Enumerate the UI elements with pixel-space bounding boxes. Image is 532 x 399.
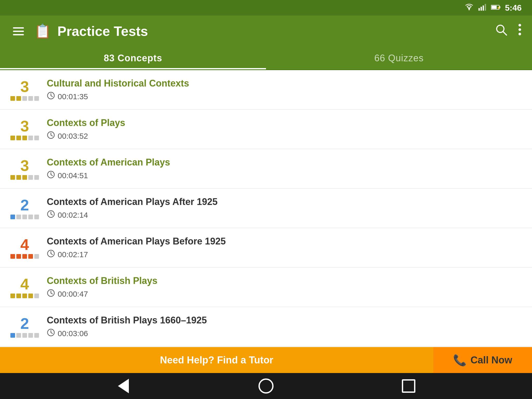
item-time: 00:03:06: [47, 328, 522, 338]
item-title: Contexts of American Plays After 1925: [47, 196, 522, 207]
list-item[interactable]: 4Contexts of British Plays 00:00:47: [0, 268, 532, 307]
score-dot: [22, 254, 27, 259]
time-text: 00:04:51: [58, 171, 88, 180]
item-details: Contexts of British Plays 00:00:47: [47, 275, 522, 299]
time-text: 00:03:52: [58, 132, 88, 141]
item-details: Contexts of American Plays Before 1925 0…: [47, 236, 522, 260]
clock-icon: [47, 289, 55, 299]
list-item[interactable]: 3Contexts of American Plays 00:04:51: [0, 149, 532, 189]
score-dot: [16, 254, 21, 259]
clock-icon: [47, 170, 55, 181]
item-time: 00:02:14: [47, 210, 522, 220]
svg-line-16: [51, 96, 52, 97]
item-time: 00:04:51: [47, 170, 522, 181]
status-bar: ⚡ 5:46: [0, 0, 532, 16]
item-time: 00:01:35: [47, 91, 522, 102]
score-badge: 2: [10, 316, 39, 338]
app-bar-actions: [495, 23, 522, 39]
score-dot: [10, 136, 15, 140]
list-item[interactable]: 2Contexts of British Plays 1660–1925 00:…: [0, 307, 532, 347]
score-dot: [16, 96, 21, 101]
menu-icon[interactable]: [10, 25, 26, 38]
battery-icon: ⚡: [491, 4, 500, 11]
bottom-banner: Need Help? Find a Tutor 📞 Call Now: [0, 347, 532, 373]
score-dot: [10, 294, 15, 298]
item-details: Contexts of American Plays 00:04:51: [47, 157, 522, 181]
tabs-bar: 83 Concepts 66 Quizzes: [0, 47, 532, 70]
app-bar: 📋 Practice Tests: [0, 16, 532, 47]
clock-icon: [47, 91, 55, 102]
score-dot: [16, 333, 21, 338]
score-dot: [22, 294, 27, 298]
list-item[interactable]: 2Contexts of American Plays After 1925 0…: [0, 189, 532, 228]
score-dot: [10, 96, 15, 101]
score-dot: [22, 136, 27, 140]
item-details: Contexts of American Plays After 1925 00…: [47, 196, 522, 220]
score-dot: [22, 215, 27, 219]
app-title-container: 📋 Practice Tests: [34, 23, 487, 39]
score-dot: [34, 254, 39, 259]
list-item[interactable]: 3Contexts of Plays 00:03:52: [0, 110, 532, 149]
svg-line-34: [51, 332, 52, 334]
item-title: Contexts of British Plays: [47, 275, 522, 286]
back-button[interactable]: [114, 377, 132, 395]
time-text: 00:02:17: [58, 250, 88, 259]
score-dots: [10, 333, 39, 338]
svg-line-10: [503, 31, 507, 35]
home-button[interactable]: [257, 377, 275, 395]
svg-line-31: [51, 293, 52, 294]
search-icon[interactable]: [495, 23, 508, 39]
list-item[interactable]: 4Contexts of American Plays Before 1925 …: [0, 228, 532, 268]
score-dots: [10, 294, 39, 298]
item-time: 00:03:52: [47, 131, 522, 141]
svg-rect-2: [481, 7, 482, 11]
call-now-button[interactable]: 📞 Call Now: [433, 347, 532, 373]
score-badge: 3: [10, 118, 39, 140]
time-text: 00:03:06: [58, 329, 88, 338]
clock-icon: [47, 249, 55, 260]
score-dots: [10, 254, 39, 259]
app-title: Practice Tests: [57, 23, 148, 39]
svg-rect-4: [485, 4, 486, 11]
score-dot: [16, 175, 21, 180]
tab-quizzes[interactable]: 66 Quizzes: [266, 47, 532, 69]
score-dots: [10, 175, 39, 180]
score-dot: [22, 175, 27, 180]
score-dot: [10, 215, 15, 219]
clock-icon: [47, 131, 55, 141]
score-dot: [28, 136, 33, 140]
score-dot: [16, 215, 21, 219]
item-title: Contexts of Plays: [47, 117, 522, 128]
score-dot: [34, 294, 39, 298]
navigation-bar: [0, 373, 532, 399]
score-dot: [34, 175, 39, 180]
score-badge: 4: [10, 237, 39, 259]
phone-icon: 📞: [453, 354, 467, 367]
item-time: 00:00:47: [47, 289, 522, 299]
recent-apps-button[interactable]: [400, 377, 418, 395]
list-item[interactable]: 3Cultural and Historical Contexts 00:01:…: [0, 70, 532, 110]
item-details: Contexts of Plays 00:03:52: [47, 117, 522, 141]
score-dot: [28, 175, 33, 180]
clock-icon: [47, 328, 55, 338]
score-dot: [28, 96, 33, 101]
call-now-text: Call Now: [470, 355, 512, 366]
score-dot: [34, 215, 39, 219]
time-text: 00:01:35: [58, 92, 88, 101]
score-dot: [16, 294, 21, 298]
help-text: Need Help? Find a Tutor: [160, 355, 273, 366]
svg-line-19: [51, 135, 52, 136]
score-dot: [28, 215, 33, 219]
score-number: 4: [20, 276, 29, 292]
score-dots: [10, 215, 39, 219]
wifi-icon: [464, 3, 474, 12]
score-dot: [28, 294, 33, 298]
svg-point-13: [518, 33, 521, 35]
tab-concepts[interactable]: 83 Concepts: [0, 47, 266, 69]
svg-rect-1: [478, 8, 480, 11]
score-number: 4: [20, 237, 29, 252]
score-dot: [34, 96, 39, 101]
item-details: Cultural and Historical Contexts 00:01:3…: [47, 78, 522, 102]
more-options-icon[interactable]: [518, 23, 522, 39]
item-title: Contexts of British Plays 1660–1925: [47, 315, 522, 326]
